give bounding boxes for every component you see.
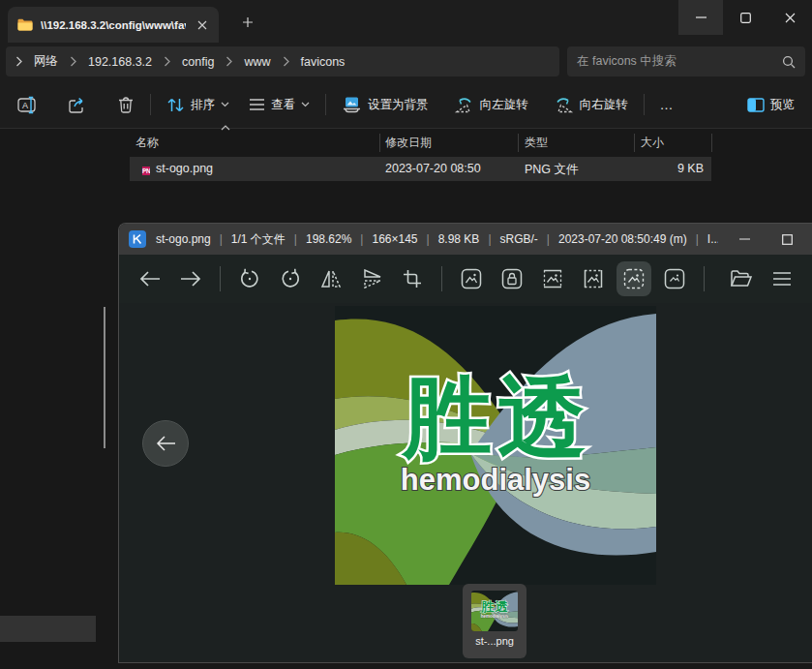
scale-to-fit-button[interactable] bbox=[617, 261, 651, 296]
arrow-left-icon bbox=[155, 435, 176, 452]
share-icon bbox=[68, 96, 88, 114]
lock-zoom-button[interactable] bbox=[495, 261, 529, 296]
breadcrumb-item-network[interactable]: 网络 bbox=[34, 53, 58, 70]
sort-button[interactable]: 排序 bbox=[161, 91, 235, 119]
preview-button[interactable]: 预览 bbox=[741, 91, 800, 119]
scale-to-fit-icon bbox=[622, 267, 646, 290]
trash-icon bbox=[117, 96, 135, 114]
breadcrumb-item-config[interactable]: config bbox=[182, 55, 214, 69]
address-row: 网络 192.168.3.2 config www favicons 在 fav… bbox=[0, 43, 812, 81]
view-icon bbox=[249, 98, 265, 111]
flip-vertical-button[interactable] bbox=[354, 261, 389, 296]
navigation-pane-scrollbar[interactable] bbox=[104, 307, 105, 448]
viewer-zoom-level: 198.62% bbox=[286, 232, 352, 246]
maximize-button[interactable] bbox=[723, 0, 767, 35]
view-label: 查看 bbox=[271, 97, 295, 113]
search-box[interactable]: 在 favicons 中搜索 bbox=[567, 46, 805, 76]
actual-size-button[interactable] bbox=[657, 261, 692, 296]
rotate-left-icon bbox=[454, 96, 474, 114]
rotate-cw-icon bbox=[280, 268, 301, 289]
column-header-type[interactable]: 类型 bbox=[525, 135, 548, 151]
command-toolbar: A 排序 查看 bbox=[0, 81, 812, 129]
column-divider[interactable] bbox=[379, 134, 380, 152]
auto-zoom-button[interactable] bbox=[454, 261, 489, 296]
displayed-image bbox=[335, 306, 656, 585]
minimize-button[interactable] bbox=[678, 0, 723, 35]
scale-to-width-button[interactable] bbox=[535, 261, 570, 296]
crop-button[interactable] bbox=[395, 261, 430, 296]
file-type: PNG 文件 bbox=[525, 162, 579, 178]
new-tab-icon[interactable] bbox=[238, 13, 257, 32]
crop-icon bbox=[403, 269, 422, 289]
search-placeholder: 在 favicons 中搜索 bbox=[577, 53, 782, 70]
column-header-size[interactable]: 大小 bbox=[641, 135, 664, 151]
statusbar-fragment bbox=[0, 616, 96, 642]
address-bar[interactable]: 网络 192.168.3.2 config www favicons bbox=[6, 46, 559, 76]
column-divider[interactable] bbox=[711, 134, 712, 152]
column-divider[interactable] bbox=[518, 134, 519, 152]
rotate-left-label: 向左旋转 bbox=[480, 97, 528, 113]
viewer-minimize-button[interactable] bbox=[728, 227, 761, 252]
view-button[interactable]: 查看 bbox=[243, 91, 316, 119]
toolbar-divider bbox=[150, 94, 151, 115]
viewer-filename: st-ogo.png bbox=[156, 232, 211, 246]
viewer-file-count: 1/1 个文件 bbox=[211, 231, 286, 248]
thumbnail-label: st-...png bbox=[475, 635, 514, 647]
rotate-ccw-button[interactable] bbox=[232, 261, 267, 296]
breadcrumb-chevron-icon[interactable] bbox=[15, 56, 22, 67]
toolbar-divider bbox=[704, 266, 705, 291]
viewer-maximize-button[interactable] bbox=[770, 227, 803, 252]
tab-bar: \\192.168.3.2\config\www\favi bbox=[0, 0, 812, 43]
previous-image-overlay-button[interactable] bbox=[142, 420, 189, 467]
viewer-titlebar[interactable]: st-ogo.png 1/1 个文件 198.62% 166×145 8.98 … bbox=[119, 224, 812, 255]
rotate-ccw-icon bbox=[239, 268, 260, 289]
breadcrumb-item-favicons[interactable]: favicons bbox=[301, 55, 346, 69]
breadcrumb-chevron-icon[interactable] bbox=[226, 56, 232, 67]
actual-size-icon bbox=[663, 267, 686, 290]
file-size: 9 KB bbox=[677, 162, 704, 175]
rotate-cw-button[interactable] bbox=[273, 261, 308, 296]
viewer-timestamp: 2023-07-20 08:50:49 (m) bbox=[538, 232, 687, 246]
more-options-button[interactable]: … bbox=[654, 91, 681, 118]
breadcrumb-chevron-icon[interactable] bbox=[283, 56, 289, 67]
auto-zoom-icon bbox=[460, 267, 483, 290]
rotate-left-button[interactable]: 向左旋转 bbox=[448, 90, 534, 120]
breadcrumb-chevron-icon[interactable] bbox=[164, 56, 170, 67]
main-menu-button[interactable] bbox=[765, 261, 799, 296]
thumbnail-selected[interactable]: st-...png bbox=[463, 584, 526, 658]
column-divider[interactable] bbox=[634, 134, 635, 152]
close-button[interactable] bbox=[767, 0, 812, 35]
explorer-tab[interactable]: \\192.168.3.2\config\www\favi bbox=[8, 7, 219, 43]
previous-image-button[interactable] bbox=[133, 261, 167, 296]
scale-to-height-button[interactable] bbox=[576, 261, 611, 296]
preview-icon bbox=[747, 98, 765, 112]
rotate-right-icon bbox=[554, 96, 574, 114]
window-controls bbox=[678, 0, 812, 35]
image-viewer-window: st-ogo.png 1/1 个文件 198.62% 166×145 8.98 … bbox=[118, 223, 812, 663]
rotate-right-button[interactable]: 向右旋转 bbox=[548, 90, 634, 120]
share-button[interactable] bbox=[62, 90, 94, 120]
column-header-modified[interactable]: 修改日期 bbox=[385, 135, 432, 151]
open-file-button[interactable] bbox=[724, 261, 759, 296]
set-background-icon bbox=[342, 96, 362, 114]
folder-open-icon bbox=[730, 269, 753, 289]
chevron-down-icon bbox=[221, 102, 229, 107]
breadcrumb-item-www[interactable]: www bbox=[244, 55, 270, 69]
search-icon[interactable] bbox=[782, 55, 796, 69]
next-image-button[interactable] bbox=[173, 261, 208, 296]
sort-ascending-caret-icon bbox=[221, 125, 230, 131]
toolbar-divider bbox=[220, 266, 221, 291]
tab-title: \\192.168.3.2\config\www\favi bbox=[41, 19, 186, 31]
breadcrumb-chevron-icon[interactable] bbox=[70, 56, 76, 67]
flip-vertical-icon bbox=[361, 269, 382, 289]
table-row[interactable]: ig PNG st-ogo.png 2023-07-20 08:50 PNG 文… bbox=[130, 157, 711, 181]
file-name: st-ogo.png bbox=[156, 162, 213, 175]
set-background-button[interactable]: 设置为背景 bbox=[336, 90, 435, 120]
delete-button[interactable] bbox=[111, 90, 140, 120]
tab-close-icon[interactable] bbox=[194, 16, 211, 34]
flip-horizontal-button[interactable] bbox=[314, 261, 348, 296]
rename-button[interactable]: A bbox=[12, 90, 45, 120]
viewer-toolbar bbox=[119, 255, 812, 303]
breadcrumb-item-host[interactable]: 192.168.3.2 bbox=[88, 55, 152, 69]
column-header-name[interactable]: 名称 bbox=[135, 135, 159, 151]
